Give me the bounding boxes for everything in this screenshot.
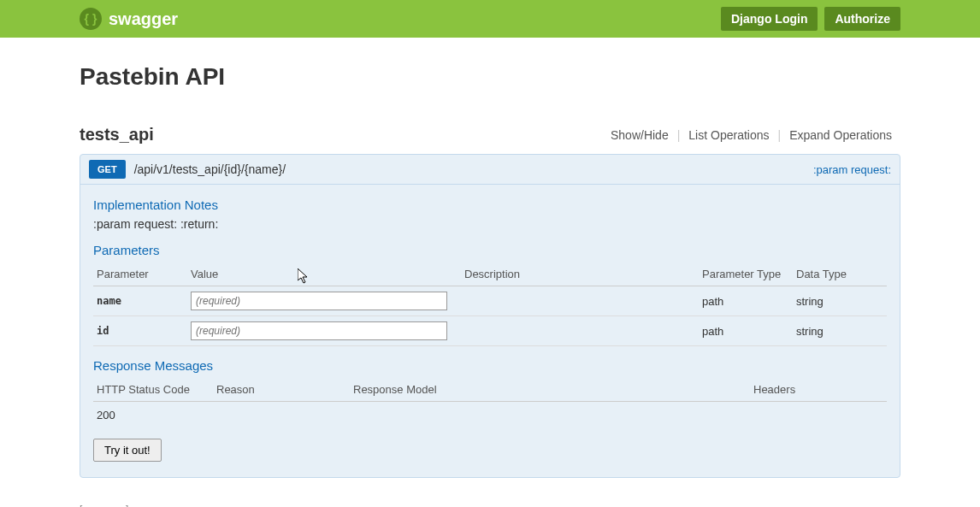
operation-block: GET /api/v1/tests_api/{id}/{name}/ :para…: [80, 154, 900, 478]
brand[interactable]: { } swagger: [80, 8, 178, 30]
expand-operations-link[interactable]: Expand Operations: [781, 128, 900, 142]
try-it-out-button[interactable]: Try it out!: [93, 439, 162, 462]
brand-text: swagger: [109, 9, 178, 29]
swagger-logo-icon: { }: [80, 8, 102, 30]
resource-name[interactable]: tests_api: [80, 125, 154, 144]
resp-status: 200: [93, 402, 213, 429]
operation-path: /api/v1/tests_api/{id}/{name}/: [134, 162, 286, 176]
operation-summary: :param request:: [813, 163, 891, 176]
col-param-type: Parameter Type: [699, 262, 793, 286]
param-type: path: [699, 286, 793, 316]
table-row: name path string: [93, 286, 887, 316]
param-description: [461, 286, 699, 316]
param-value-input-id[interactable]: [191, 321, 447, 340]
topbar: { } swagger Django Login Authorize: [0, 0, 980, 38]
footer-base-url: [ base url: ]: [80, 504, 900, 507]
list-operations-link[interactable]: List Operations: [680, 128, 777, 142]
response-messages-table: HTTP Status Code Reason Response Model H…: [93, 378, 887, 428]
response-messages-title: Response Messages: [93, 358, 887, 373]
col-parameter: Parameter: [93, 262, 187, 286]
param-value-input-name[interactable]: [191, 292, 447, 310]
col-reason: Reason: [213, 378, 350, 402]
resp-model: [350, 402, 750, 429]
table-row: 200: [93, 402, 887, 429]
django-login-button[interactable]: Django Login: [721, 7, 818, 31]
resp-headers: [750, 402, 887, 429]
col-description: Description: [461, 262, 699, 286]
method-badge-get[interactable]: GET: [89, 160, 126, 179]
param-type: path: [699, 316, 793, 346]
show-hide-link[interactable]: Show/Hide: [602, 128, 677, 142]
col-value: Value: [187, 262, 461, 286]
param-data-type: string: [793, 286, 887, 316]
operation-heading[interactable]: GET /api/v1/tests_api/{id}/{name}/ :para…: [80, 155, 900, 185]
authorize-button[interactable]: Authorize: [824, 7, 900, 31]
col-model: Response Model: [350, 378, 750, 402]
parameters-title: Parameters: [93, 243, 887, 257]
table-row: id path string: [93, 316, 887, 346]
param-name: id: [93, 316, 187, 346]
resource-header: tests_api Show/Hide | List Operations | …: [80, 125, 900, 149]
implementation-notes-title: Implementation Notes: [93, 197, 887, 212]
implementation-notes-text: :param request: :return:: [93, 217, 887, 231]
col-status: HTTP Status Code: [93, 378, 213, 402]
param-data-type: string: [793, 316, 887, 346]
resp-reason: [213, 402, 350, 429]
param-name: name: [93, 286, 187, 316]
api-title: Pastebin API: [80, 63, 900, 91]
col-headers: Headers: [750, 378, 887, 402]
param-description: [461, 316, 699, 346]
col-data-type: Data Type: [793, 262, 887, 286]
parameters-table: Parameter Value Description Parameter Ty…: [93, 262, 887, 346]
